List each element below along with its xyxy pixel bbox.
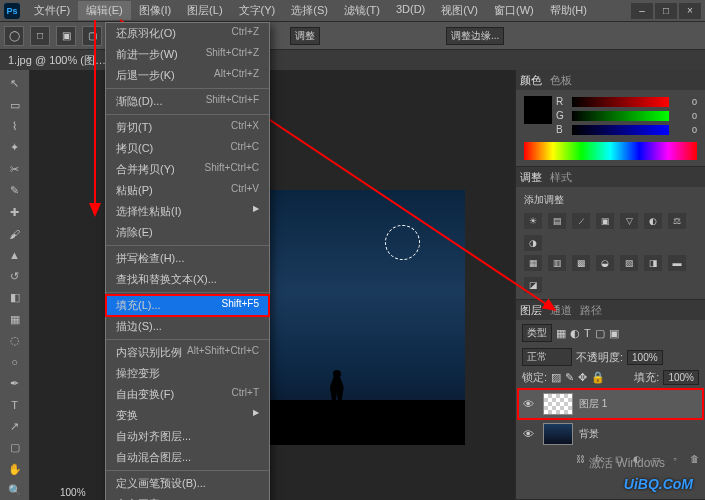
layer-name[interactable]: 背景: [579, 427, 599, 441]
lasso-tool-icon[interactable]: ⌇: [4, 117, 26, 136]
foreground-swatch[interactable]: [524, 96, 552, 124]
g-slider[interactable]: [572, 111, 669, 121]
balance-icon[interactable]: ⚖: [668, 213, 686, 229]
gradient-tool-icon[interactable]: ▦: [4, 309, 26, 328]
filter-shape-icon[interactable]: ▢: [595, 327, 605, 340]
hue-icon[interactable]: ◐: [644, 213, 662, 229]
tab-layers[interactable]: 图层: [520, 303, 542, 318]
posterize-icon[interactable]: ▧: [620, 255, 638, 271]
selective-icon[interactable]: ◪: [524, 277, 542, 293]
spectrum-ramp[interactable]: [524, 142, 697, 160]
vibrance-icon[interactable]: ▽: [620, 213, 638, 229]
shape-tool-icon[interactable]: ▢: [4, 438, 26, 457]
canvas-area[interactable]: 100%: [30, 70, 515, 500]
r-slider[interactable]: [572, 97, 669, 107]
menu-item[interactable]: 粘贴(P)Ctrl+V: [106, 180, 269, 201]
menu-window[interactable]: 窗口(W): [486, 1, 542, 20]
blend-mode-select[interactable]: 正常: [522, 348, 572, 366]
type-tool-icon[interactable]: T: [4, 395, 26, 414]
menu-image[interactable]: 图像(I): [131, 1, 179, 20]
menu-item[interactable]: 变换▶: [106, 405, 269, 426]
document-tab[interactable]: 1.jpg @ 100% (图…: [8, 53, 106, 68]
delete-icon[interactable]: 🗑: [686, 454, 702, 468]
path-tool-icon[interactable]: ↗: [4, 417, 26, 436]
mixer-icon[interactable]: ▥: [548, 255, 566, 271]
filter-type-icon[interactable]: T: [584, 327, 591, 339]
menu-item[interactable]: 描边(S)...: [106, 316, 269, 337]
close-button[interactable]: ×: [679, 3, 701, 19]
menu-item[interactable]: 内容识别比例Alt+Shift+Ctrl+C: [106, 342, 269, 363]
minimize-button[interactable]: –: [631, 3, 653, 19]
hand-tool-icon[interactable]: ✋: [4, 459, 26, 478]
photo-filter-icon[interactable]: ▦: [524, 255, 542, 271]
lock-paint-icon[interactable]: ✎: [565, 371, 574, 384]
new-layer-icon[interactable]: ▫: [667, 454, 683, 468]
link-icon[interactable]: ⛓: [572, 454, 588, 468]
gradient-map-icon[interactable]: ▬: [668, 255, 686, 271]
menu-item[interactable]: 剪切(T)Ctrl+X: [106, 117, 269, 138]
menu-item[interactable]: 拷贝(C)Ctrl+C: [106, 138, 269, 159]
threshold-icon[interactable]: ◨: [644, 255, 662, 271]
move-tool-icon[interactable]: ↖: [4, 74, 26, 93]
menu-item[interactable]: 后退一步(K)Alt+Ctrl+Z: [106, 65, 269, 86]
layer-row-bg[interactable]: 👁 背景: [518, 419, 703, 449]
menu-edit[interactable]: 编辑(E): [78, 1, 131, 20]
curves-icon[interactable]: ⟋: [572, 213, 590, 229]
exposure-icon[interactable]: ▣: [596, 213, 614, 229]
filter-pixel-icon[interactable]: ▦: [556, 327, 566, 340]
sel-add-icon[interactable]: ▣: [56, 26, 76, 46]
heal-tool-icon[interactable]: ✚: [4, 202, 26, 221]
menu-item[interactable]: 选择性粘贴(I)▶: [106, 201, 269, 222]
g-value[interactable]: 0: [673, 111, 697, 121]
tab-paths[interactable]: 路径: [580, 303, 602, 318]
tab-adjustments[interactable]: 调整: [520, 170, 542, 185]
opacity-value[interactable]: 100%: [627, 350, 663, 365]
sel-sub-icon[interactable]: ▢: [82, 26, 102, 46]
brush-tool-icon[interactable]: 🖌: [4, 224, 26, 243]
menu-item[interactable]: 填充(L)...Shift+F5: [106, 295, 269, 316]
visibility-icon[interactable]: 👁: [523, 428, 537, 440]
zoom-tool-icon[interactable]: 🔍: [4, 481, 26, 500]
eyedropper-tool-icon[interactable]: ✎: [4, 181, 26, 200]
maximize-button[interactable]: □: [655, 3, 677, 19]
eraser-tool-icon[interactable]: ◧: [4, 288, 26, 307]
menu-item[interactable]: 清除(E): [106, 222, 269, 243]
lock-trans-icon[interactable]: ▨: [551, 371, 561, 384]
refine-edge-button[interactable]: 调整边缘...: [446, 27, 504, 45]
wand-tool-icon[interactable]: ✦: [4, 138, 26, 157]
layer-row-1[interactable]: 👁 图层 1: [518, 389, 703, 419]
marquee-tool-icon[interactable]: ▭: [4, 95, 26, 114]
lock-pos-icon[interactable]: ✥: [578, 371, 587, 384]
b-slider[interactable]: [572, 125, 669, 135]
dodge-tool-icon[interactable]: ○: [4, 352, 26, 371]
menu-select[interactable]: 选择(S): [283, 1, 336, 20]
menu-item[interactable]: 定义图案...: [106, 494, 269, 500]
fill-value[interactable]: 100%: [663, 370, 699, 385]
tab-styles[interactable]: 样式: [550, 170, 572, 185]
invert-icon[interactable]: ◒: [596, 255, 614, 271]
r-value[interactable]: 0: [673, 97, 697, 107]
menu-file[interactable]: 文件(F): [26, 1, 78, 20]
tab-swatches[interactable]: 色板: [550, 73, 572, 88]
menu-type[interactable]: 文字(Y): [231, 1, 284, 20]
layer-filter-type[interactable]: 类型: [522, 324, 552, 342]
tab-color[interactable]: 颜色: [520, 73, 542, 88]
visibility-icon[interactable]: 👁: [523, 398, 537, 410]
menu-item[interactable]: 操控变形: [106, 363, 269, 384]
filter-adjust-icon[interactable]: ◐: [570, 327, 580, 340]
blur-tool-icon[interactable]: ◌: [4, 331, 26, 350]
stamp-tool-icon[interactable]: ▲: [4, 245, 26, 264]
menu-item[interactable]: 定义画笔预设(B)...: [106, 473, 269, 494]
filter-smart-icon[interactable]: ▣: [609, 327, 619, 340]
menu-item[interactable]: 合并拷贝(Y)Shift+Ctrl+C: [106, 159, 269, 180]
lock-all-icon[interactable]: 🔒: [591, 371, 605, 384]
tool-preset-icon[interactable]: ◯: [4, 26, 24, 46]
tab-channels[interactable]: 通道: [550, 303, 572, 318]
sel-new-icon[interactable]: □: [30, 26, 50, 46]
b-value[interactable]: 0: [673, 125, 697, 135]
menu-view[interactable]: 视图(V): [433, 1, 486, 20]
brightness-icon[interactable]: ☀: [524, 213, 542, 229]
menu-item[interactable]: 还原羽化(O)Ctrl+Z: [106, 23, 269, 44]
layer-name[interactable]: 图层 1: [579, 397, 607, 411]
menu-item[interactable]: 查找和替换文本(X)...: [106, 269, 269, 290]
